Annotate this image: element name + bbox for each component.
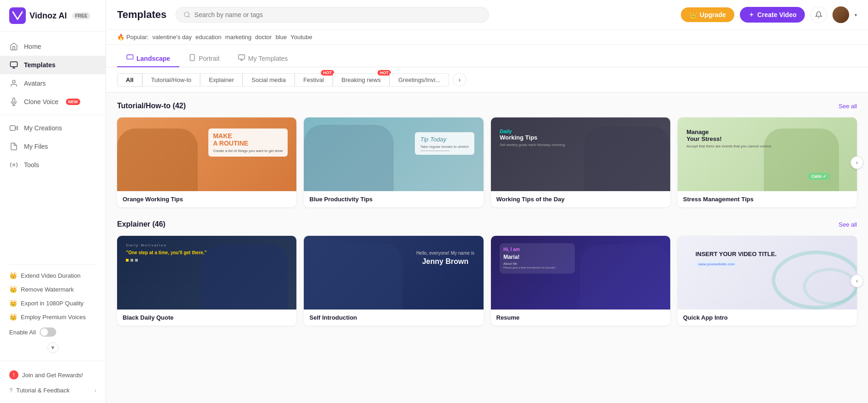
sidebar-item-home[interactable]: Home	[0, 37, 106, 56]
page-title: Templates	[117, 9, 166, 21]
template-card-resume[interactable]: Hi, I am Maria! About Me Please give a b…	[491, 236, 670, 326]
crown-icon: 👑	[9, 272, 17, 279]
cat-tab-explainer[interactable]: Explainer	[200, 73, 242, 87]
cat-tab-breaking-news[interactable]: Breaking news HOT	[333, 73, 390, 87]
hot-badge-breaking: HOT	[378, 70, 391, 76]
template-card-name: Self Introduction	[304, 310, 483, 326]
template-card-black-daily-quote[interactable]: Daily Motivation "One step at a time, yo…	[117, 236, 296, 326]
rewards-notification: !	[9, 370, 18, 380]
tag-blue[interactable]: blue	[276, 34, 287, 41]
sidebar-item-label: Avatars	[24, 80, 46, 87]
template-thumbnail: Daily Motivation "One step at a time, yo…	[117, 236, 296, 310]
sidebar-item-label: My Creations	[24, 124, 62, 132]
tab-portrait-label: Portrait	[199, 55, 219, 62]
crown-icon: 👑	[9, 299, 17, 307]
enable-all-row: Enable All	[9, 324, 96, 340]
crown-icon: 👑	[689, 11, 697, 18]
tab-my-templates-label: My Templates	[248, 55, 288, 62]
svg-rect-1	[11, 62, 18, 67]
premium-voices-item[interactable]: 👑 Employ Premium Voices	[9, 310, 96, 324]
sidebar-item-label: Home	[24, 43, 41, 50]
template-card-name: Working Tips of the Day	[491, 191, 670, 207]
sidebar-item-clone-voice[interactable]: Clone Voice NEW	[0, 93, 106, 111]
main-content: Templates 👑 Upgrade ＋ Create Video ▾	[106, 0, 868, 403]
remove-watermark-label: Remove Watermark	[21, 286, 74, 293]
rewards-label: Join and Get Rewards!	[22, 372, 83, 379]
sidebar-item-my-creations[interactable]: My Creations	[0, 119, 106, 137]
upgrade-button[interactable]: 👑 Upgrade	[681, 7, 734, 22]
chevron-right-icon: ›	[94, 387, 96, 394]
explainer-see-all[interactable]: See all	[838, 221, 857, 228]
plus-icon: ＋	[748, 11, 755, 19]
template-card-quick-app-intro[interactable]: INSERT YOUR VIDEO TITLE. www.yourwebsite…	[678, 236, 857, 326]
bell-icon	[815, 11, 822, 18]
template-card-working-tips-day[interactable]: Daily Working Tips Set weekly goals each…	[491, 117, 670, 207]
sidebar-item-templates[interactable]: Templates	[0, 56, 106, 74]
tag-marketing[interactable]: marketing	[225, 34, 251, 41]
enable-all-toggle[interactable]	[40, 327, 56, 337]
remove-watermark-item[interactable]: 👑 Remove Watermark	[9, 282, 96, 296]
template-card-stress-management[interactable]: ManageYour Stress! Accept that there are…	[678, 117, 857, 207]
my-creations-icon	[9, 123, 18, 133]
cat-tab-tutorial[interactable]: Tutorial/How-to	[142, 73, 201, 87]
tag-doctor[interactable]: doctor	[255, 34, 272, 41]
tab-landscape[interactable]: Landscape	[117, 50, 179, 67]
svg-rect-9	[127, 55, 133, 59]
my-templates-icon	[238, 54, 245, 63]
enable-all-label: Enable All	[9, 329, 36, 336]
template-thumbnail: Hello, everyone! My name is Jenny Brown	[304, 236, 483, 310]
svg-rect-11	[239, 55, 245, 59]
template-card-blue-productivity[interactable]: Tip Today Take regular breaks to stretch…	[304, 117, 483, 207]
tab-my-templates[interactable]: My Templates	[229, 50, 297, 67]
tutorial-section-title: Tutorial/How-to (42)	[117, 102, 186, 110]
app-name: Vidnoz AI	[30, 11, 67, 21]
sidebar-item-label: Tools	[24, 161, 39, 169]
tutorial-see-all[interactable]: See all	[838, 103, 857, 110]
rewards-item[interactable]: ! Join and Get Rewards!	[9, 367, 96, 383]
templates-icon	[9, 60, 18, 70]
upgrade-label: Upgrade	[700, 11, 726, 18]
tag-valentines[interactable]: valentine's day	[152, 34, 192, 41]
cat-tab-greetings[interactable]: Greetings/Invi...	[390, 73, 449, 87]
tutorial-item[interactable]: ? Tutorial & Feedback ›	[9, 383, 96, 397]
plan-badge: FREE	[72, 12, 90, 19]
vidnoz-logo-icon	[9, 7, 26, 24]
template-card-name: Quick App Intro	[678, 310, 857, 326]
cat-tab-all[interactable]: All	[117, 73, 142, 87]
svg-point-2	[12, 80, 15, 83]
explainer-grid-next-button[interactable]: ›	[850, 275, 863, 287]
tools-icon	[9, 160, 18, 169]
template-card-self-introduction[interactable]: Hello, everyone! My name is Jenny Brown …	[304, 236, 483, 326]
collapse-button[interactable]: ▼	[47, 342, 59, 353]
template-card-orange-working-tips[interactable]: MAKEA ROUTINE Create a list of things yo…	[117, 117, 296, 207]
sidebar-item-tools[interactable]: Tools	[0, 156, 106, 174]
avatar-dropdown-icon[interactable]: ▾	[855, 12, 857, 18]
category-tabs: All Tutorial/How-to Explainer Social med…	[106, 67, 868, 93]
tag-education[interactable]: education	[195, 34, 221, 41]
avatar[interactable]	[833, 6, 849, 23]
extend-video-item[interactable]: 👑 Extend Video Duration	[9, 269, 96, 282]
category-tabs-next-button[interactable]: ›	[453, 73, 466, 87]
sidebar-item-my-files[interactable]: My Files	[0, 137, 106, 156]
export-1080p-item[interactable]: 👑 Export in 1080P Quality	[9, 296, 96, 310]
extend-video-label: Extend Video Duration	[21, 272, 81, 279]
explainer-section-header: Explainer (46) See all	[117, 220, 857, 228]
tutorial-grid-next-button[interactable]: ›	[850, 156, 863, 169]
tab-portrait[interactable]: Portrait	[179, 50, 229, 67]
template-thumbnail: MAKEA ROUTINE Create a list of things yo…	[117, 117, 296, 191]
popular-tags-row: 🔥 Popular: valentine's day education mar…	[106, 30, 868, 45]
avatars-icon	[9, 79, 18, 88]
tag-youtube[interactable]: Youtube	[290, 34, 312, 41]
create-video-button[interactable]: ＋ Create Video	[740, 7, 805, 23]
template-thumbnail: ManageYour Stress! Accept that there are…	[678, 117, 857, 191]
explainer-templates-grid: Daily Motivation "One step at a time, yo…	[117, 236, 857, 326]
my-files-icon	[9, 142, 18, 151]
cat-tab-festival[interactable]: Festival HOT	[295, 73, 333, 87]
portrait-icon	[189, 54, 196, 63]
search-input[interactable]	[195, 11, 482, 18]
cat-tab-social-media[interactable]: Social media	[242, 73, 294, 87]
create-label: Create Video	[757, 11, 797, 18]
notification-button[interactable]	[810, 6, 827, 23]
svg-point-7	[13, 164, 15, 166]
sidebar-item-avatars[interactable]: Avatars	[0, 74, 106, 93]
